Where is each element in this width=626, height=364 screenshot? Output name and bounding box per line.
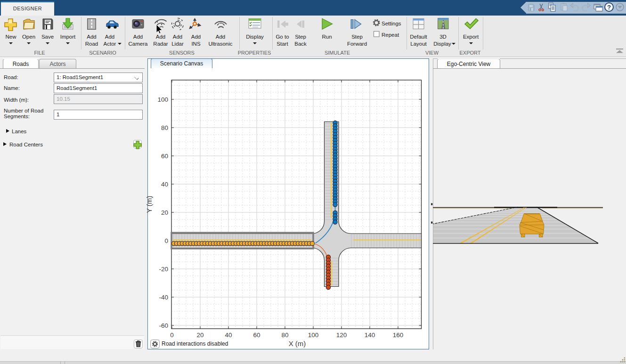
svg-text:?: ? [607, 4, 611, 11]
